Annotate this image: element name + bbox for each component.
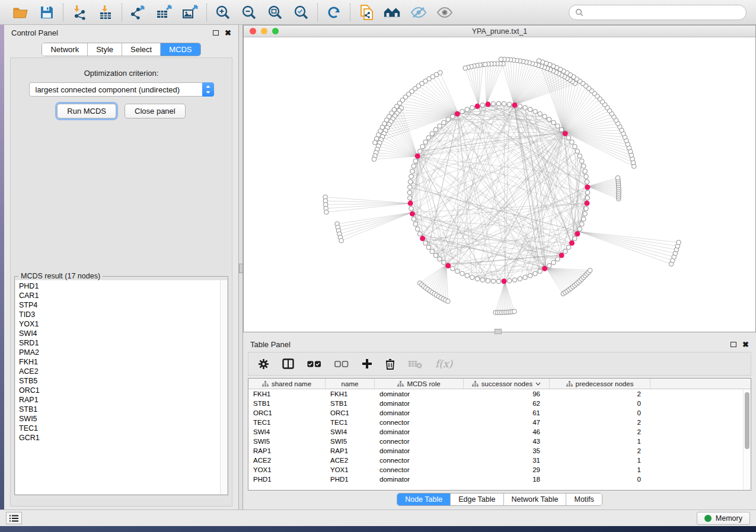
ring-node[interactable] [578, 154, 582, 159]
mcds-hub-node[interactable] [415, 153, 420, 159]
ring-node[interactable] [460, 109, 465, 114]
column-header-name[interactable]: name [326, 379, 375, 389]
ring-node[interactable] [512, 278, 517, 283]
tab-mcds[interactable]: MCDS [161, 43, 200, 56]
import-table-button[interactable] [97, 4, 114, 21]
mcds-hub-node[interactable] [502, 278, 507, 284]
ring-node[interactable] [496, 101, 501, 106]
ring-node[interactable] [442, 120, 446, 125]
ring-node[interactable] [523, 275, 528, 280]
column-header-successor-nodes[interactable]: successor nodes [464, 379, 550, 389]
ring-node[interactable] [426, 136, 431, 140]
ring-node[interactable] [413, 159, 418, 164]
ring-node[interactable] [523, 105, 528, 110]
duplicate-network-button[interactable] [358, 4, 375, 21]
ring-node[interactable] [417, 149, 422, 153]
leaf-node[interactable] [463, 66, 468, 70]
ring-node[interactable] [528, 107, 532, 112]
ring-node[interactable] [486, 278, 490, 283]
mcds-hub-node[interactable] [584, 201, 589, 206]
ring-node[interactable] [417, 232, 422, 236]
select-all-rows-button[interactable] [307, 361, 321, 367]
column-header-shared-name[interactable]: shared name [248, 379, 326, 389]
table-row[interactable]: SWI5SWI5connector431 [248, 437, 751, 446]
divider-handle[interactable] [495, 329, 502, 334]
mcds-hub-node[interactable] [559, 253, 564, 258]
leaf-node[interactable] [446, 299, 451, 304]
ring-node[interactable] [585, 196, 590, 200]
mcds-list-scrollbar[interactable] [220, 280, 227, 494]
ring-node[interactable] [538, 111, 543, 116]
ring-node[interactable] [438, 257, 442, 261]
table-scrollbar[interactable] [743, 390, 751, 490]
ring-node[interactable] [470, 105, 475, 110]
first-neighbors-button[interactable] [384, 4, 401, 21]
close-panel-button[interactable]: Close panel [125, 104, 186, 118]
mcds-list-item[interactable]: ACE2 [19, 367, 220, 376]
mcds-list-item[interactable]: TEC1 [19, 424, 220, 433]
ring-node[interactable] [423, 140, 428, 145]
ring-node[interactable] [409, 174, 414, 179]
ring-node[interactable] [570, 140, 575, 145]
mcds-list-item[interactable]: TID3 [19, 310, 220, 319]
ring-node[interactable] [413, 222, 418, 226]
ring-node[interactable] [533, 109, 538, 114]
table-row[interactable]: FKH1FKH1dominator962 [248, 389, 751, 399]
column-header-MCDS-role[interactable]: MCDS role [375, 379, 464, 389]
ring-node[interactable] [451, 114, 455, 119]
run-mcds-button[interactable]: Run MCDS [57, 104, 116, 118]
ring-node[interactable] [573, 145, 578, 149]
ring-node[interactable] [584, 174, 589, 179]
mcds-list-item[interactable]: GCR1 [19, 433, 220, 443]
ring-node[interactable] [408, 180, 413, 184]
mcds-hub-node[interactable] [542, 266, 547, 271]
ring-node[interactable] [491, 101, 496, 106]
ring-node[interactable] [460, 271, 465, 276]
ring-node[interactable] [543, 114, 547, 119]
ring-node[interactable] [579, 222, 584, 226]
delete-column-button[interactable] [385, 358, 395, 370]
optimization-criterion-select[interactable]: largest connected component (undirected) [29, 82, 214, 97]
table-row[interactable]: PHD1PHD1dominator180 [248, 475, 751, 484]
mcds-list-item[interactable]: FKH1 [19, 357, 220, 367]
ring-node[interactable] [420, 145, 425, 149]
mcds-list-item[interactable]: YOX1 [19, 319, 220, 329]
export-network-button[interactable] [129, 4, 147, 21]
scrollbar-thumb[interactable] [745, 392, 749, 449]
leaf-node[interactable] [512, 309, 517, 314]
mcds-hub-node[interactable] [475, 104, 480, 109]
float-table-panel-icon[interactable] [731, 342, 736, 347]
table-row[interactable]: STB1STB1dominator620 [248, 399, 751, 408]
ring-node[interactable] [573, 236, 578, 241]
leaf-node[interactable] [324, 210, 329, 214]
add-column-button[interactable] [362, 358, 372, 369]
ring-node[interactable] [455, 269, 460, 274]
ring-node[interactable] [583, 211, 588, 216]
mcds-list-item[interactable]: STB5 [19, 376, 220, 386]
ring-node[interactable] [507, 102, 512, 107]
show-log-button[interactable] [6, 512, 22, 524]
mcds-list-item[interactable]: SWI4 [19, 329, 220, 338]
ring-node[interactable] [433, 127, 438, 132]
ring-node[interactable] [584, 206, 589, 211]
zoom-out-button[interactable] [240, 4, 258, 21]
ring-node[interactable] [502, 101, 506, 106]
vertical-splitter[interactable] [239, 25, 243, 509]
hide-selected-button[interactable] [410, 4, 428, 21]
ring-node[interactable] [412, 217, 416, 222]
table-row[interactable]: ORC1ORC1dominator610 [248, 408, 751, 418]
ring-node[interactable] [410, 169, 415, 174]
mcds-hub-node[interactable] [408, 201, 413, 206]
ring-node[interactable] [583, 169, 588, 174]
table-row[interactable]: ACE2ACE2connector311 [248, 456, 751, 465]
leaf-node[interactable] [588, 268, 592, 273]
ring-node[interactable] [566, 136, 571, 140]
ring-node[interactable] [556, 124, 560, 129]
ring-node[interactable] [426, 245, 431, 250]
mcds-list-item[interactable]: ORC1 [19, 386, 220, 395]
close-table-panel-icon[interactable]: ✖ [742, 341, 749, 348]
open-file-button[interactable] [12, 4, 30, 21]
leaf-node[interactable] [677, 240, 681, 245]
tab-style[interactable]: Style [88, 43, 122, 56]
table-settings-button[interactable] [258, 358, 269, 370]
